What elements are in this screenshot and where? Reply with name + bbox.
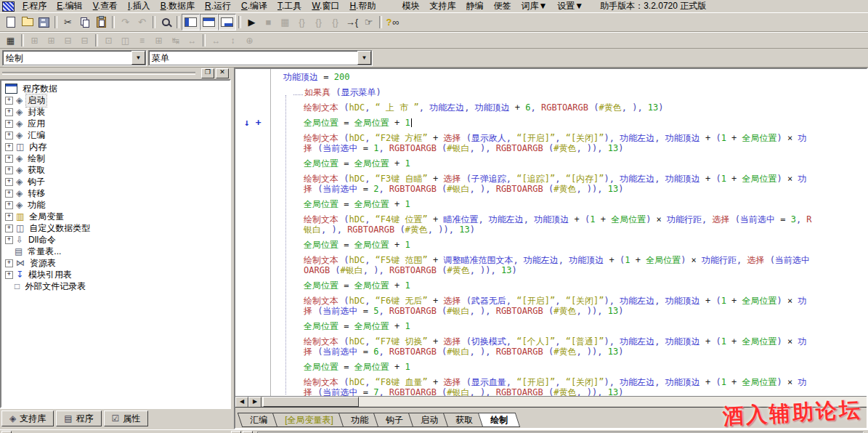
code-line[interactable]: 择 (当前选中 = 1, RGBTOARGB (#银白, ), RGBTOARG… bbox=[235, 143, 867, 153]
layout-top-panel-button[interactable] bbox=[200, 14, 218, 31]
run-to-cursor-button[interactable]: →{ bbox=[344, 15, 360, 30]
expand-plus-icon[interactable]: + bbox=[5, 97, 13, 105]
copy-button[interactable] bbox=[76, 15, 93, 30]
code-line[interactable]: 如果真 (显示菜单) bbox=[235, 87, 867, 97]
expand-plus-icon[interactable]: + bbox=[5, 120, 13, 128]
subroutine-combo[interactable]: 绘制 ▼ bbox=[2, 50, 146, 65]
code-line[interactable]: 绘制文本 (hDC, “F8键 血量” + 选择 (显示血量, “[开启]”, … bbox=[235, 377, 867, 387]
menu-compile[interactable]: C.编译 bbox=[236, 0, 272, 12]
tree-item-module-ref-table[interactable]: +↧模块引用表 bbox=[3, 269, 228, 280]
expand-plus-icon[interactable]: + bbox=[5, 143, 13, 151]
chevron-down-icon[interactable]: ▼ bbox=[357, 51, 371, 65]
code-line[interactable]: 绘制文本 (hDC, “ 上 市 ”, 功能左边, 功能顶边 + 6, RGBT… bbox=[235, 102, 867, 113]
cut-button[interactable]: ✂ bbox=[60, 15, 76, 30]
code-line[interactable]: 绘制文本 (hDC, “F4键 位置” + 瞄准位置, 功能左边, 功能顶边 +… bbox=[235, 214, 867, 224]
code-line[interactable]: 全局位置 = 全局位置 + 1 bbox=[235, 362, 867, 372]
menu-module[interactable]: 模块 bbox=[397, 0, 424, 12]
menu-help[interactable]: H.帮助 bbox=[344, 0, 381, 12]
tree-root-program-data[interactable]: 程序数据 bbox=[3, 83, 228, 94]
restore-panel-button[interactable]: ❐ bbox=[201, 68, 214, 78]
tree-item-transfer[interactable]: +◈转移 bbox=[3, 187, 228, 199]
close-panel-button[interactable]: ✕ bbox=[216, 68, 229, 78]
expand-plus-icon[interactable]: + bbox=[5, 108, 13, 116]
tree-item-function[interactable]: +◈功能 bbox=[3, 199, 228, 211]
menu-view[interactable]: V.查看 bbox=[88, 0, 123, 12]
paste-button[interactable] bbox=[93, 15, 110, 30]
expand-plus-icon[interactable]: + bbox=[5, 131, 13, 139]
tree-item-resource-table[interactable]: +⋈资源表 bbox=[3, 257, 228, 269]
tree-item-assembly[interactable]: +◈汇编 bbox=[3, 129, 228, 141]
tree-item-memory[interactable]: +◫内存 bbox=[3, 141, 228, 153]
menu-notes[interactable]: 便签 bbox=[488, 0, 516, 12]
code-line[interactable]: 全局位置 = 全局位置 + 1 bbox=[235, 158, 867, 169]
save-button[interactable] bbox=[36, 15, 52, 30]
expand-plus-icon[interactable]: + bbox=[5, 178, 13, 186]
new-file-button[interactable] bbox=[2, 15, 19, 30]
code-line[interactable]: 功能顶边 = 200 bbox=[235, 72, 867, 82]
code-line[interactable]: 择 (当前选中 = 7, RGBTOARGB (#银白, ), RGBTOARG… bbox=[235, 387, 867, 396]
panel-grip[interactable] bbox=[2, 72, 195, 75]
expand-plus-icon[interactable]: + bbox=[5, 201, 13, 209]
program-data-tree[interactable]: 程序数据+◈启动+◈封装+◈应用+◈汇编+◫内存+◈绘制+◈获取+◈钩子+◈转移… bbox=[0, 79, 231, 408]
tree-item-draw[interactable]: +◈绘制 bbox=[3, 153, 228, 164]
layout-left-panel-button[interactable] bbox=[182, 14, 200, 31]
expand-plus-icon[interactable]: + bbox=[5, 236, 13, 244]
menu-insert[interactable]: I.插入 bbox=[123, 0, 155, 12]
tree-item-get[interactable]: +◈获取 bbox=[3, 164, 228, 176]
tree-item-external-file-table[interactable]: □外部文件记录表 bbox=[3, 280, 228, 292]
menu-static-compile[interactable]: 静编 bbox=[461, 0, 488, 12]
code-line[interactable]: 绘制文本 (hDC, “F3键 自瞄” + 选择 (子弹追踪, “[追踪]”, … bbox=[235, 174, 867, 184]
tree-item-dll-commands[interactable]: +⇩Dll命令 bbox=[3, 234, 228, 246]
tree-item-global-vars[interactable]: +▥全局变量 bbox=[3, 211, 228, 222]
scrollbar-thumb[interactable] bbox=[263, 397, 359, 407]
menu-support-lib[interactable]: 支持库 bbox=[424, 0, 461, 12]
code-line[interactable]: 绘制文本 (hDC, “F6键 无后” + 选择 (武器无后, “[开启]”, … bbox=[235, 296, 867, 306]
expand-plus-icon[interactable]: + bbox=[5, 259, 13, 267]
section-combo[interactable]: 菜单 ▼ bbox=[148, 50, 372, 65]
code-line[interactable]: 绘制文本 (hDC, “F5键 范围” + 调整瞄准范围文本, 功能左边, 功能… bbox=[235, 255, 867, 265]
expand-plus-icon[interactable]: + bbox=[5, 166, 13, 174]
tree-item-startup[interactable]: +◈启动 bbox=[3, 94, 228, 106]
tree-item-custom-types[interactable]: +◫自定义数据类型 bbox=[3, 222, 228, 234]
scroll-right-icon[interactable]: ▶ bbox=[248, 397, 261, 408]
open-file-button[interactable] bbox=[19, 15, 36, 30]
code-line[interactable]: 全局位置 = 全局位置 + 1 bbox=[235, 199, 867, 209]
menu-word-lib[interactable]: 词库▼ bbox=[516, 0, 552, 12]
code-line[interactable]: 绘制文本 (hDC, “F2键 方框” + 选择 (显示敌人, “[开启]”, … bbox=[235, 133, 867, 143]
expand-plus-icon[interactable]: + bbox=[5, 213, 13, 221]
tree-item-hook[interactable]: +◈钩子 bbox=[3, 176, 228, 187]
code-line[interactable]: 绘制文本 (hDC, “F7键 切换” + 选择 (切换模式, “[个人]”, … bbox=[235, 336, 867, 347]
code-line[interactable]: 全局位置 = 全局位置 + 1 bbox=[235, 280, 867, 291]
code-line[interactable]: 全局位置 = 全局位置 + 1 bbox=[235, 240, 867, 250]
run-button[interactable]: ▶ bbox=[243, 15, 260, 30]
code-line[interactable]: 全局位置 = 全局位置 + 1 bbox=[235, 321, 867, 331]
expand-plus-icon[interactable]: + bbox=[5, 155, 13, 163]
tab-support-lib[interactable]: ◈支持库 bbox=[1, 410, 54, 426]
menu-settings[interactable]: 设置▼ bbox=[552, 0, 588, 12]
chevron-down-icon[interactable]: ▼ bbox=[131, 51, 145, 65]
form-grid-button[interactable]: ▦ bbox=[2, 34, 19, 47]
help-search-button[interactable]: ?∞ bbox=[384, 15, 401, 30]
pause-button[interactable]: ☞ bbox=[360, 15, 377, 30]
menu-run[interactable]: R.运行 bbox=[200, 0, 236, 12]
code-line[interactable]: 择 (当前选中 = 2, RGBTOARGB (#银白, ), RGBTOARG… bbox=[235, 184, 867, 194]
tree-item-const-table[interactable]: ▤常量表... bbox=[3, 246, 228, 257]
find-button[interactable] bbox=[158, 15, 174, 30]
expand-plus-icon[interactable]: + bbox=[5, 271, 13, 279]
scroll-left-icon[interactable]: ◀ bbox=[235, 397, 248, 408]
tree-item-package[interactable]: +◈封装 bbox=[3, 106, 228, 118]
expand-plus-icon[interactable]: + bbox=[5, 190, 13, 198]
tab-properties[interactable]: ☑属性 bbox=[104, 410, 149, 426]
code-line[interactable]: ↓+全局位置 = 全局位置 + 1 bbox=[235, 118, 867, 128]
menu-database[interactable]: B.数据库 bbox=[155, 0, 200, 12]
menu-edit[interactable]: E.编辑 bbox=[52, 0, 87, 12]
tab-program[interactable]: ▤程序 bbox=[56, 410, 101, 426]
code-line[interactable]: 择 (当前选中 = 6, RGBTOARGB (#银白, ), RGBTOARG… bbox=[235, 347, 867, 357]
layout-bottom-panel-button[interactable] bbox=[218, 14, 236, 31]
code-line[interactable]: OARGB (#银白, ), RGBTOARGB (#黄色, )), 13) bbox=[235, 265, 867, 275]
tree-item-apply[interactable]: +◈应用 bbox=[3, 118, 228, 129]
tab-global-var-table[interactable]: [全局变量表] bbox=[272, 413, 346, 427]
expand-plus-icon[interactable]: + bbox=[5, 224, 13, 232]
menu-window[interactable]: W.窗口 bbox=[307, 0, 344, 12]
menu-tools[interactable]: T.工具 bbox=[272, 0, 307, 12]
